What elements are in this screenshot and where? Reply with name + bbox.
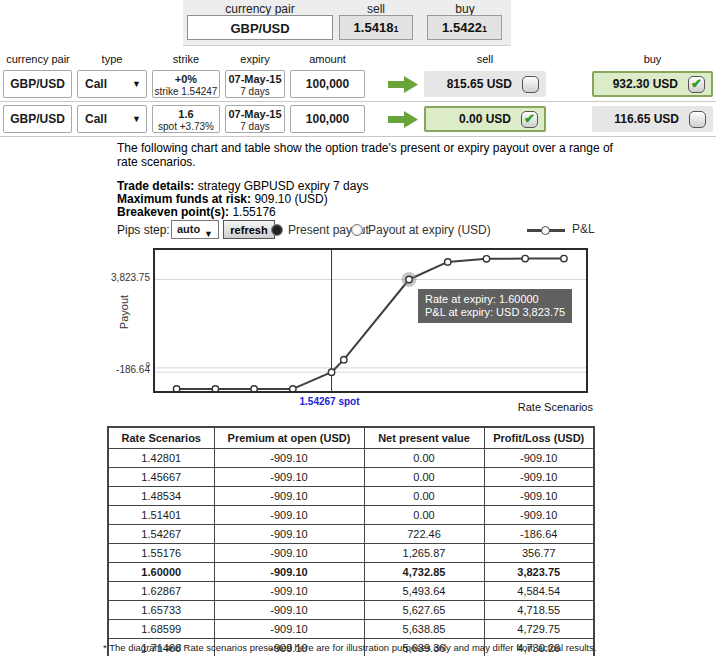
table-row: 1.45667-909.100.00-909.10 — [108, 468, 594, 487]
table-cell: -909.10 — [484, 506, 594, 525]
disclaimer-footnote: * The diagram and Rate scenarios present… — [103, 642, 596, 653]
sell-price-main: 1.5418 — [354, 20, 394, 35]
table-cell: -909.10 — [214, 468, 364, 487]
table-cell: 1.48534 — [108, 487, 214, 506]
amount-field[interactable]: 100,000 — [290, 70, 365, 98]
table-header-cell: Profit/Loss (USD) — [484, 427, 594, 449]
col-header-amount: amount — [290, 53, 365, 65]
table-cell: -909.10 — [214, 487, 364, 506]
table-cell: 1.65733 — [108, 601, 214, 620]
table-header-row: Rate ScenariosPremium at open (USD)Net p… — [108, 427, 594, 449]
sell-price-button[interactable]: 1.54181 — [339, 15, 413, 40]
amount-field[interactable]: 100,000 — [290, 105, 365, 133]
currency-pair-field[interactable]: GBP/USD — [3, 105, 72, 133]
table-cell: 4,584.54 — [484, 582, 594, 601]
table-cell: -909.10 — [214, 582, 364, 601]
currency-pair-input[interactable]: GBP/USD — [187, 15, 333, 40]
chevron-down-icon: ▼ — [132, 79, 141, 89]
table-row: 1.48534-909.100.00-909.10 — [108, 487, 594, 506]
checkbox-icon[interactable] — [522, 76, 539, 93]
buy-payout-option[interactable]: 932.30 USD — [592, 71, 713, 97]
table-cell: -909.10 — [214, 544, 364, 563]
col-header-sell: sell — [424, 53, 546, 65]
scenario-table-body: 1.42801-909.100.00-909.101.45667-909.100… — [108, 449, 594, 656]
currency-pair-field[interactable]: GBP/USD — [3, 70, 72, 98]
table-row: 1.68599-909.105,638.854,729.75 — [108, 620, 594, 639]
quote-panel: currency pair sell buy GBP/USD 1.54181 1… — [183, 0, 511, 46]
table-cell: 1.54267 — [108, 525, 214, 544]
table-cell: 3,823.75 — [484, 563, 594, 582]
radio-payout-at-expiry-label: Payout at expiry (USD) — [368, 223, 491, 237]
quote-buy-label: buy — [426, 2, 504, 16]
sell-price-pip: 1 — [393, 24, 398, 34]
type-select[interactable]: Call▼ — [77, 70, 147, 98]
chart-description: The following chart and table show the o… — [117, 142, 614, 169]
refresh-button[interactable]: refresh — [223, 220, 275, 239]
buy-price-main: 1.5422 — [442, 20, 482, 35]
table-cell: 4,718.55 — [484, 601, 594, 620]
table-cell: -909.10 — [214, 506, 364, 525]
strike-field[interactable]: +0%strike 1.54247 — [152, 70, 220, 98]
table-cell: -909.10 — [214, 563, 364, 582]
table-cell: 4,729.75 — [484, 620, 594, 639]
chevron-down-icon: ▼ — [132, 114, 141, 124]
radio-payout-at-expiry[interactable] — [351, 224, 363, 236]
sell-payout-option[interactable]: 815.65 USD — [424, 71, 546, 97]
table-cell: 0.00 — [364, 506, 484, 525]
checkbox-icon[interactable] — [688, 76, 705, 93]
pnl-legend-marker-icon — [527, 229, 565, 232]
breakeven-line: Breakeven point(s): 1.55176 — [117, 206, 614, 219]
checkbox-icon[interactable] — [521, 111, 538, 128]
table-cell: 1.51401 — [108, 506, 214, 525]
table-cell: -909.10 — [214, 449, 364, 468]
table-cell: 5,627.65 — [364, 601, 484, 620]
table-cell: 4,732.85 — [364, 563, 484, 582]
sell-payout-option[interactable]: 0.00 USD — [424, 106, 546, 132]
table-cell: 1.45667 — [108, 468, 214, 487]
table-cell: 1.68599 — [108, 620, 214, 639]
table-row: 1.51401-909.100.00-909.10 — [108, 506, 594, 525]
col-header-type: type — [77, 53, 147, 65]
table-cell: -909.10 — [484, 468, 594, 487]
y-tick-label: 3,823.75 — [85, 272, 150, 283]
table-header-cell: Premium at open (USD) — [214, 427, 364, 449]
chart-tooltip: Rate at expiry: 1.60000 P&L at expiry: U… — [418, 289, 572, 323]
expiry-field[interactable]: 07-May-157 days — [225, 70, 285, 98]
y-tick-label: -186.64 — [85, 364, 150, 375]
chart-controls: Pips step: auto▼ refresh Present payout … — [0, 219, 716, 241]
table-cell: 5,493.64 — [364, 582, 484, 601]
table-cell: -909.10 — [214, 525, 364, 544]
trade-row: GBP/USD Call▼ 1.6spot +3.73% 07-May-157 … — [0, 105, 716, 133]
buy-price-button[interactable]: 1.54221 — [427, 15, 502, 40]
table-cell: -909.10 — [484, 487, 594, 506]
table-cell: 1.55176 — [108, 544, 214, 563]
green-arrow-icon — [388, 76, 418, 93]
type-select[interactable]: Call▼ — [77, 105, 147, 133]
payout-chart[interactable]: Rate at expiry: 1.60000 P&L at expiry: U… — [153, 248, 588, 393]
pips-step-select[interactable]: auto▼ — [171, 220, 219, 239]
table-cell: -909.10 — [214, 620, 364, 639]
expiry-field[interactable]: 07-May-157 days — [225, 105, 285, 133]
col-header-expiry: expiry — [225, 53, 285, 65]
col-header-buy: buy — [592, 53, 713, 65]
table-cell: 1.60000 — [108, 563, 214, 582]
radio-present-payout[interactable] — [271, 224, 283, 236]
table-row: 1.54267-909.10722.46-186.64 — [108, 525, 594, 544]
table-cell: 1.42801 — [108, 449, 214, 468]
table-cell: 1.62867 — [108, 582, 214, 601]
green-arrow-icon — [388, 111, 418, 128]
row-divider — [0, 101, 716, 102]
strike-field[interactable]: 1.6spot +3.73% — [152, 105, 220, 133]
trade-row: GBP/USD Call▼ +0%strike 1.54247 07-May-1… — [0, 70, 716, 98]
quote-currency-pair-label: currency pair — [187, 2, 333, 16]
chevron-down-icon: ▼ — [204, 226, 213, 243]
checkbox-icon[interactable] — [689, 111, 706, 128]
table-cell: 1,265.87 — [364, 544, 484, 563]
spot-rate-label: 1.54267 spot — [285, 396, 375, 407]
table-header: Rate ScenariosPremium at open (USD)Net p… — [108, 427, 594, 449]
buy-payout-option[interactable]: 116.65 USD — [592, 106, 713, 132]
table-cell: 356.77 — [484, 544, 594, 563]
table-header-cell: Rate Scenarios — [108, 427, 214, 449]
col-header-currency-pair: currency pair — [3, 53, 73, 65]
table-cell: 0.00 — [364, 468, 484, 487]
